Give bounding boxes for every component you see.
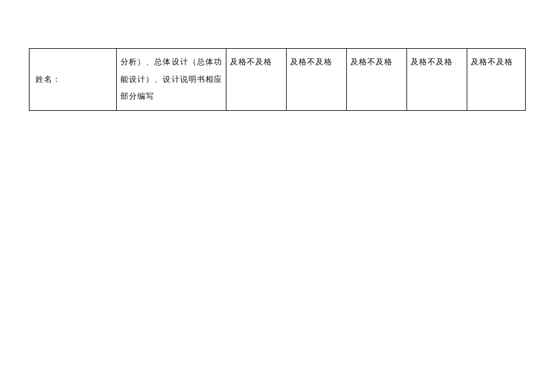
evaluation-table: 姓名： 分析）、总体设计（总体功能设计）、设计说明书相应部分编写 及格不及格 及… — [29, 48, 526, 111]
name-label-cell: 姓名： — [30, 49, 117, 111]
grade-text: 及格不及格 — [290, 57, 332, 66]
grade-text: 及格不及格 — [230, 57, 272, 66]
grade-cell-4: 及格不及格 — [407, 49, 467, 111]
table-row: 姓名： 分析）、总体设计（总体功能设计）、设计说明书相应部分编写 及格不及格 及… — [30, 49, 526, 111]
description-text: 分析）、总体设计（总体功能设计）、设计说明书相应部分编写 — [120, 57, 222, 101]
description-cell: 分析）、总体设计（总体功能设计）、设计说明书相应部分编写 — [117, 49, 226, 111]
name-label: 姓名： — [36, 75, 61, 84]
grade-text: 及格不及格 — [411, 57, 453, 66]
grade-text: 及格不及格 — [350, 57, 393, 66]
grade-cell-1: 及格不及格 — [226, 49, 287, 111]
grade-cell-3: 及格不及格 — [347, 49, 407, 111]
document-table: 姓名： 分析）、总体设计（总体功能设计）、设计说明书相应部分编写 及格不及格 及… — [29, 48, 525, 111]
grade-cell-5: 及格不及格 — [467, 49, 526, 111]
grade-text: 及格不及格 — [471, 57, 513, 66]
grade-cell-2: 及格不及格 — [287, 49, 347, 111]
